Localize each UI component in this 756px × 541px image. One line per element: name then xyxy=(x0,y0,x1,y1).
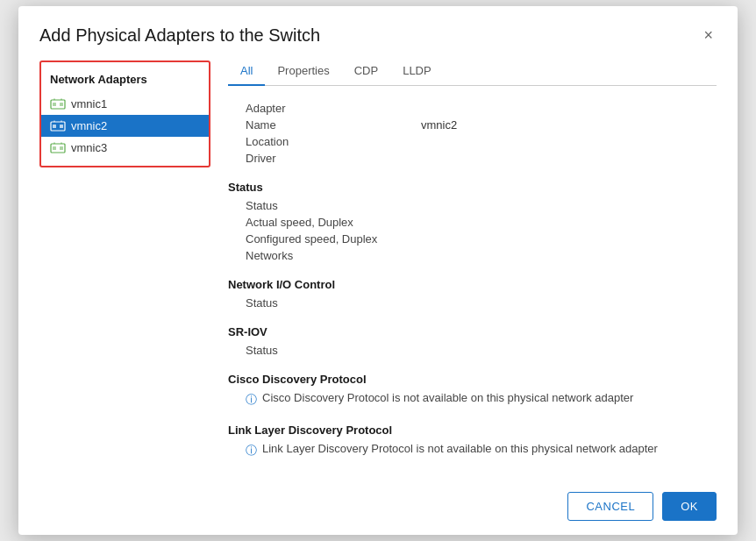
network-io-header: Network I/O Control xyxy=(228,278,717,291)
driver-row: Driver xyxy=(228,150,717,167)
tab-lldp[interactable]: LLDP xyxy=(390,57,444,86)
name-row: Name vmnic2 xyxy=(228,117,717,133)
network-io-status-row: Status xyxy=(228,295,717,311)
cancel-button[interactable]: CANCEL xyxy=(567,492,653,521)
adapter-item-vmnic2[interactable]: vmnic2 xyxy=(41,115,209,137)
right-panel: All Properties CDP LLDP Adapter Name vmn… xyxy=(228,57,717,478)
tab-cdp[interactable]: CDP xyxy=(342,57,390,86)
status-label: Status xyxy=(246,199,421,212)
info-icon-cdp: ⓘ xyxy=(246,392,257,408)
cdp-info-row: ⓘ Cisco Discovery Protocol is not availa… xyxy=(228,389,717,409)
driver-label: Driver xyxy=(246,152,421,165)
dialog-title: Add Physical Adapters to the Switch xyxy=(39,25,320,46)
adapter-item-vmnic3[interactable]: vmnic3 xyxy=(41,137,209,159)
adapter-section: Adapter Name vmnic2 Location Driver xyxy=(228,100,717,167)
tab-all[interactable]: All xyxy=(228,57,265,86)
actual-speed-row: Actual speed, Duplex xyxy=(228,214,717,231)
dialog: Add Physical Adapters to the Switch × Ne… xyxy=(18,6,738,535)
name-value: vmnic2 xyxy=(421,118,457,132)
sr-iov-header: SR-IOV xyxy=(228,325,717,338)
network-adapters-panel: Network Adapters vmnic1 xyxy=(39,61,210,167)
adapter-label-vmnic3: vmnic3 xyxy=(71,141,107,154)
tab-properties[interactable]: Properties xyxy=(265,57,341,86)
adapter-label-vmnic2: vmnic2 xyxy=(71,119,107,132)
name-label: Name xyxy=(246,118,421,132)
sr-iov-status-row: Status xyxy=(228,342,717,359)
configured-speed-label: Configured speed, Duplex xyxy=(246,232,421,246)
adapter-label-vmnic1: vmnic1 xyxy=(71,97,107,110)
close-button[interactable]: × xyxy=(700,24,717,46)
svg-rect-6 xyxy=(53,125,56,128)
svg-rect-2 xyxy=(60,103,63,106)
svg-rect-12 xyxy=(60,146,63,150)
lldp-info-row: ⓘ Link Layer Discovery Protocol is not a… xyxy=(228,440,717,460)
adapter-section-header: Adapter xyxy=(246,102,421,115)
sr-iov-section: SR-IOV Status xyxy=(228,325,717,359)
dialog-body: Network Adapters vmnic1 xyxy=(18,57,738,478)
location-label: Location xyxy=(246,135,421,148)
dialog-footer: CANCEL OK xyxy=(18,478,738,535)
lldp-info-text: Link Layer Discovery Protocol is not ava… xyxy=(262,442,658,455)
nic-icon-active xyxy=(50,120,66,132)
status-section-header: Status xyxy=(228,181,717,194)
networks-row: Networks xyxy=(228,247,717,264)
ok-button[interactable]: OK xyxy=(662,492,717,521)
cdp-section-header: Cisco Discovery Protocol xyxy=(228,373,717,386)
location-row: Location xyxy=(228,133,717,150)
actual-speed-label: Actual speed, Duplex xyxy=(246,216,421,229)
nic-icon-vmnic3 xyxy=(50,142,66,154)
info-icon-lldp: ⓘ xyxy=(246,443,257,459)
panel-title: Network Adapters xyxy=(41,69,209,93)
lldp-section-header: Link Layer Discovery Protocol xyxy=(228,424,717,437)
configured-speed-row: Configured speed, Duplex xyxy=(228,231,717,247)
status-row: Status xyxy=(228,197,717,214)
sr-iov-status-label: Status xyxy=(246,344,421,357)
networks-label: Networks xyxy=(246,249,421,262)
network-io-section: Network I/O Control Status xyxy=(228,278,717,311)
content-area: Adapter Name vmnic2 Location Driver xyxy=(228,96,717,478)
svg-rect-11 xyxy=(53,146,56,150)
tabs: All Properties CDP LLDP xyxy=(228,57,717,86)
cdp-section: Cisco Discovery Protocol ⓘ Cisco Discove… xyxy=(228,373,717,409)
status-section: Status Status Actual speed, Duplex Confi… xyxy=(228,181,717,264)
network-io-status-label: Status xyxy=(246,296,421,310)
nic-icon xyxy=(50,98,66,110)
cdp-info-text: Cisco Discovery Protocol is not availabl… xyxy=(262,391,633,404)
adapter-header-row: Adapter xyxy=(228,100,717,117)
svg-rect-1 xyxy=(53,103,56,106)
lldp-section: Link Layer Discovery Protocol ⓘ Link Lay… xyxy=(228,424,717,460)
svg-rect-7 xyxy=(60,125,63,128)
dialog-header: Add Physical Adapters to the Switch × xyxy=(18,6,738,57)
adapter-item-vmnic1[interactable]: vmnic1 xyxy=(41,93,209,115)
